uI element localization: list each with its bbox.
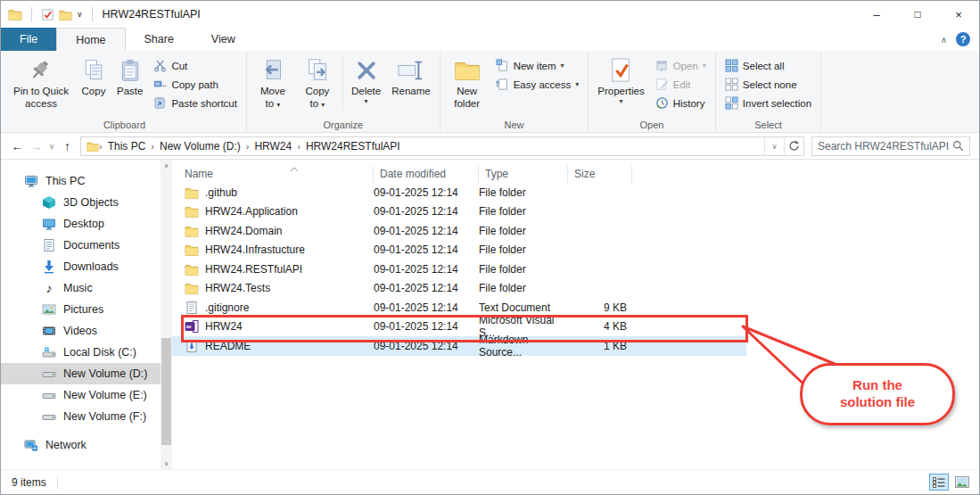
dropdown-caret-icon: ▾ xyxy=(561,62,564,70)
maximize-button[interactable]: □ xyxy=(897,1,938,28)
thumbnail-view-button[interactable] xyxy=(952,474,972,491)
new-item-icon xyxy=(496,59,509,72)
open-button: Open ▾ xyxy=(650,56,712,75)
select-none-button[interactable]: Select none xyxy=(720,75,817,94)
scroll-up-arrow-icon[interactable]: ∧ xyxy=(161,160,172,171)
breadcrumb-new-volume-d[interactable]: New Volume (D:) xyxy=(154,140,246,153)
tab-share[interactable]: Share xyxy=(126,28,193,51)
file-row[interactable]: HRW24.Infrastucture 09-01-2025 12:14 Fil… xyxy=(172,241,746,260)
delete-button[interactable]: Delete ▾ xyxy=(346,54,386,106)
file-row[interactable]: HRW24.RESTfulAPI 09-01-2025 12:14 File f… xyxy=(172,260,746,279)
properties-quick-icon[interactable] xyxy=(41,8,54,21)
file-row[interactable]: .github 09-01-2025 12:14 File folder xyxy=(172,183,746,202)
easy-access-button[interactable]: Easy access ▾ xyxy=(490,75,585,94)
titlebar: ∨ HRW24RESTfulAPI – □ × xyxy=(1,1,979,28)
search-box[interactable] xyxy=(811,136,970,156)
highlight-rectangle xyxy=(181,315,748,342)
paste-shortcut-button[interactable]: Paste shortcut xyxy=(148,94,243,112)
navigation-bar: ← → ∨ ↑ › This PC › New Volume (D:) › HR… xyxy=(1,133,979,160)
paste-button[interactable]: Paste xyxy=(111,54,148,100)
paste-icon xyxy=(118,57,143,84)
scrollbar-thumb[interactable] xyxy=(161,338,171,445)
ribbon-group-organize: Move to ▾ Copy to ▾ Delete ▾ Rename Orga… xyxy=(247,51,441,132)
new-folder-button[interactable]: New folder xyxy=(444,54,490,111)
customize-toolbar-caret-icon[interactable]: ∨ xyxy=(77,10,83,19)
cut-button[interactable]: Cut xyxy=(148,56,243,75)
collapse-ribbon-icon[interactable]: ∧ xyxy=(941,35,947,45)
properties-button[interactable]: Properties ▾ xyxy=(592,54,649,106)
invert-selection-button[interactable]: Invert selection xyxy=(720,94,817,112)
breadcrumb-hrw24restfulapi[interactable]: HRW24RESTfulAPI xyxy=(301,140,406,153)
file-row[interactable]: HRW24.Application 09-01-2025 12:14 File … xyxy=(172,202,746,222)
invert-selection-icon xyxy=(725,96,738,110)
window-folder-icon xyxy=(8,7,22,21)
tab-view[interactable]: View xyxy=(193,28,254,51)
sidebar-item-network[interactable]: Network xyxy=(1,434,161,456)
sidebar-item-desktop[interactable]: Desktop xyxy=(1,213,161,235)
drive-icon xyxy=(42,367,56,381)
search-icon[interactable] xyxy=(952,140,964,152)
copy-to-button[interactable]: Copy to ▾ xyxy=(295,54,340,111)
column-header-date-modified[interactable]: Date modified xyxy=(374,166,479,183)
breadcrumb-hrw24[interactable]: HRW24 xyxy=(249,140,297,153)
open-icon xyxy=(655,59,669,72)
copy-path-button[interactable]: W Copy path xyxy=(148,75,243,94)
copy-path-icon: W xyxy=(153,78,167,91)
up-button[interactable]: ↑ xyxy=(58,139,77,153)
history-button[interactable]: History xyxy=(650,94,712,112)
sidebar-item-new-volume-e[interactable]: New Volume (E:) xyxy=(1,384,161,406)
rename-button[interactable]: Rename xyxy=(386,54,435,100)
copy-button[interactable]: Copy xyxy=(76,54,111,100)
column-header-type[interactable]: Type xyxy=(479,166,568,183)
tab-home[interactable]: Home xyxy=(56,28,125,51)
ribbon-tabs: File Home Share View ∧ ? xyxy=(1,28,979,51)
column-header-size[interactable]: Size xyxy=(568,166,632,183)
back-button[interactable]: ← xyxy=(8,139,27,153)
close-button[interactable]: × xyxy=(938,1,979,28)
minimize-button[interactable]: – xyxy=(856,1,897,28)
pin-to-quick-access-button[interactable]: Pin to Quick access xyxy=(6,54,76,111)
sidebar-item-pictures[interactable]: Pictures xyxy=(1,299,161,320)
address-folder-icon xyxy=(86,140,99,153)
file-row[interactable]: HRW24.Domain 09-01-2025 12:14 File folde… xyxy=(172,221,746,241)
folder-icon xyxy=(185,224,199,238)
sidebar-item-local-disk-c[interactable]: Local Disk (C:) xyxy=(1,342,161,363)
column-headers: Name Date modified Type Size xyxy=(172,160,979,183)
network-icon xyxy=(24,438,38,452)
file-row[interactable]: HRW24.Tests 09-01-2025 12:14 File folder xyxy=(172,279,746,299)
column-header-name[interactable]: Name xyxy=(172,166,374,183)
sidebar-item-3d-objects[interactable]: 3D Objects xyxy=(1,192,161,213)
details-view-button[interactable] xyxy=(929,474,949,491)
move-to-button[interactable]: Move to ▾ xyxy=(251,54,295,111)
sidebar-item-videos[interactable]: Videos xyxy=(1,320,161,342)
sidebar-item-music[interactable]: ♪ Music xyxy=(1,277,161,299)
edit-icon xyxy=(655,78,669,91)
new-item-button[interactable]: New item ▾ xyxy=(490,56,585,75)
select-all-button[interactable]: Select all xyxy=(720,56,817,75)
sidebar-item-new-volume-f[interactable]: New Volume (F:) xyxy=(1,406,161,427)
sidebar-item-new-volume-d[interactable]: New Volume (D:) xyxy=(1,363,161,384)
sidebar-item-documents[interactable]: Documents xyxy=(1,235,161,256)
help-icon[interactable]: ? xyxy=(956,32,970,46)
easy-access-icon xyxy=(496,78,509,91)
refresh-button[interactable] xyxy=(784,137,803,155)
folder-icon xyxy=(185,243,199,257)
search-input[interactable] xyxy=(818,140,952,153)
scroll-down-arrow-icon[interactable]: ∨ xyxy=(161,458,172,469)
window-title: HRW24RESTfulAPI xyxy=(103,8,201,21)
address-bar[interactable]: › This PC › New Volume (D:) › HRW24 › HR… xyxy=(80,136,804,156)
new-folder-quick-icon[interactable] xyxy=(59,8,72,21)
status-bar: 9 items xyxy=(1,469,979,494)
callout-bubble: Run the solution file xyxy=(800,363,955,425)
group-label-select: Select xyxy=(716,120,820,130)
tab-file[interactable]: File xyxy=(1,28,56,51)
this-pc-icon xyxy=(24,174,38,188)
recent-locations-caret-icon[interactable]: ∨ xyxy=(45,142,58,151)
history-icon xyxy=(655,96,669,110)
sidebar-item-downloads[interactable]: Downloads xyxy=(1,256,161,277)
folder-icon xyxy=(185,186,199,200)
breadcrumb-this-pc[interactable]: This PC xyxy=(103,140,152,153)
group-label-new: New xyxy=(441,120,589,130)
sidebar-item-this-pc[interactable]: This PC xyxy=(1,170,161,192)
address-dropdown-button[interactable]: ∨ xyxy=(764,137,784,155)
